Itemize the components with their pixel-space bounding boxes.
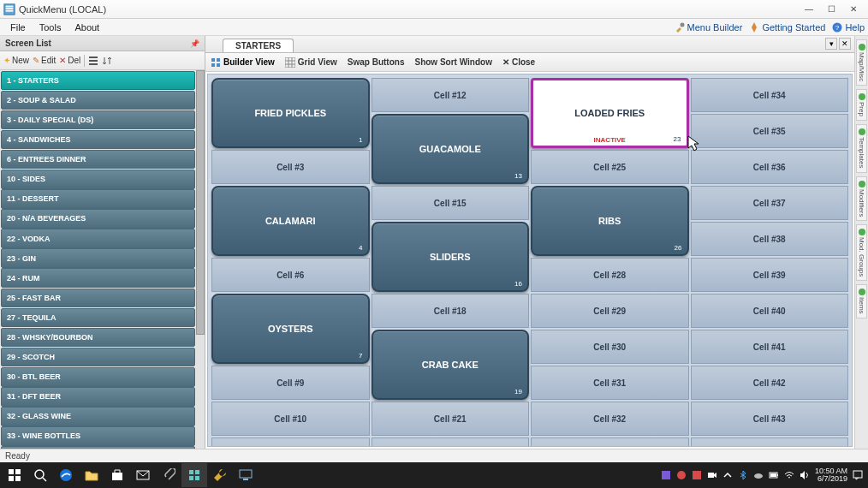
tray-icon-3[interactable] bbox=[692, 470, 702, 480]
empty-cell[interactable]: Cell #29 bbox=[531, 294, 689, 328]
tray-volume-icon[interactable] bbox=[800, 470, 810, 480]
tray-notifications-icon[interactable] bbox=[853, 470, 863, 480]
empty-cell[interactable]: Cell #43 bbox=[691, 402, 849, 436]
empty-cell[interactable]: Cell #41 bbox=[691, 330, 849, 364]
task-explorer[interactable] bbox=[79, 463, 104, 487]
empty-cell[interactable]: Cell #37 bbox=[691, 186, 849, 220]
sidebar-item-13[interactable]: 28 - WHSKY/BOURBON bbox=[1, 328, 195, 348]
dock-tab-4[interactable]: Mod. Groups bbox=[856, 224, 867, 281]
sidebar-item-12[interactable]: 27 - TEQUILA bbox=[1, 308, 195, 328]
task-store[interactable] bbox=[104, 463, 130, 487]
task-app3[interactable] bbox=[207, 463, 233, 487]
empty-cell[interactable]: Cell #9 bbox=[211, 366, 370, 400]
tab-dropdown-button[interactable]: ▾ bbox=[825, 38, 837, 50]
swap-buttons-button[interactable]: Swap Buttons bbox=[348, 57, 405, 67]
dock-tab-5[interactable]: Items bbox=[856, 284, 867, 318]
sidebar-item-8[interactable]: 22 - VODKA bbox=[1, 229, 195, 248]
empty-cell[interactable]: Cell #42 bbox=[691, 366, 849, 400]
pin-icon[interactable]: 📌 bbox=[190, 39, 199, 48]
sidebar-scroll-thumb[interactable] bbox=[196, 70, 205, 335]
grid-view-button[interactable]: Grid View bbox=[285, 57, 337, 68]
empty-cell[interactable]: Cell #39 bbox=[691, 258, 849, 292]
empty-cell[interactable]: Cell #33 bbox=[531, 437, 689, 447]
menu-builder-link[interactable]: Menu Builder bbox=[675, 22, 743, 33]
close-view-button[interactable]: ✕ Close bbox=[502, 57, 535, 67]
show-sort-button[interactable]: Show Sort Window bbox=[414, 57, 491, 67]
menu-button-23[interactable]: LOADED FRIES23INACTIVE bbox=[531, 78, 689, 148]
list-button[interactable] bbox=[88, 56, 98, 66]
empty-cell[interactable]: Cell #34 bbox=[691, 78, 849, 112]
menu-tools[interactable]: Tools bbox=[33, 22, 68, 33]
dock-tab-0[interactable]: Map/Misc bbox=[856, 39, 867, 86]
start-button[interactable] bbox=[2, 463, 27, 487]
empty-cell[interactable]: Cell #32 bbox=[531, 402, 689, 436]
task-search[interactable] bbox=[27, 463, 53, 487]
sidebar-item-10[interactable]: 24 - RUM bbox=[1, 268, 195, 288]
sidebar-item-6[interactable]: 11 - DESSERT bbox=[1, 189, 195, 209]
tray-chevron-up-icon[interactable] bbox=[722, 470, 733, 480]
sidebar-item-7[interactable]: 20 - N/A BEVERAGES bbox=[1, 209, 195, 229]
sidebar-item-16[interactable]: 31 - DFT BEER bbox=[1, 387, 195, 407]
empty-cell[interactable]: Cell #6 bbox=[211, 258, 370, 292]
empty-cell[interactable]: Cell #15 bbox=[372, 186, 530, 220]
window-minimize-button[interactable]: — bbox=[798, 2, 820, 17]
task-app1[interactable] bbox=[156, 463, 181, 487]
empty-cell[interactable]: Cell #36 bbox=[691, 150, 849, 184]
tray-wifi-icon[interactable] bbox=[784, 470, 794, 480]
sidebar-item-2[interactable]: 3 - DAILY SPECIAL (DS) bbox=[1, 110, 195, 130]
empty-cell[interactable]: Cell #38 bbox=[691, 222, 849, 256]
sidebar-item-19[interactable]: 34 - CORDIALS bbox=[1, 446, 195, 449]
window-close-button[interactable]: ✕ bbox=[842, 2, 865, 17]
menu-about[interactable]: About bbox=[68, 22, 106, 33]
empty-cell[interactable]: Cell #28 bbox=[531, 258, 689, 292]
task-edge[interactable] bbox=[53, 463, 79, 487]
menu-file[interactable]: File bbox=[3, 22, 33, 33]
tray-icon-1[interactable] bbox=[661, 470, 671, 480]
tray-video-icon[interactable] bbox=[707, 470, 717, 480]
tray-icon-2[interactable] bbox=[676, 470, 687, 480]
sidebar-item-1[interactable]: 2 - SOUP & SALAD bbox=[1, 91, 195, 110]
empty-cell[interactable]: Cell #25 bbox=[531, 150, 689, 184]
sidebar-item-3[interactable]: 4 - SANDWICHES bbox=[1, 130, 195, 150]
help-link[interactable]: ? Help bbox=[832, 22, 865, 33]
tab-close-button[interactable]: ✕ bbox=[839, 38, 851, 50]
menu-button-4[interactable]: CALAMARI4 bbox=[211, 186, 370, 256]
empty-cell[interactable]: Cell #21 bbox=[372, 402, 530, 436]
menu-button-13[interactable]: GUACAMOLE13 bbox=[372, 114, 530, 184]
task-app2[interactable] bbox=[181, 463, 207, 487]
getting-started-link[interactable]: Getting Started bbox=[749, 22, 825, 33]
sidebar-item-11[interactable]: 25 - FAST BAR bbox=[1, 289, 195, 308]
sidebar-item-4[interactable]: 6 - ENTREES DINNER bbox=[1, 150, 195, 170]
menu-button-1[interactable]: FRIED PICKLES1 bbox=[211, 78, 370, 148]
menu-button-7[interactable]: OYSTERS7 bbox=[211, 294, 370, 364]
sidebar-item-9[interactable]: 23 - GIN bbox=[1, 248, 195, 268]
tray-onedrive-icon[interactable] bbox=[753, 470, 764, 480]
task-app4[interactable] bbox=[233, 463, 259, 487]
menu-button-16[interactable]: SLIDERS16 bbox=[372, 222, 530, 292]
sidebar-scrollbar[interactable] bbox=[196, 70, 205, 449]
menu-button-19[interactable]: CRAB CAKE19 bbox=[372, 330, 530, 400]
dock-tab-3[interactable]: Modifiers bbox=[856, 176, 867, 221]
sidebar-item-17[interactable]: 32 - GLASS WINE bbox=[1, 407, 195, 426]
tray-clock[interactable]: 10:50 AM6/7/2019 bbox=[815, 467, 847, 484]
empty-cell[interactable]: Cell #22 bbox=[372, 437, 530, 447]
empty-cell[interactable]: Cell #31 bbox=[531, 366, 689, 400]
sidebar-item-14[interactable]: 29 - SCOTCH bbox=[1, 348, 195, 367]
empty-cell[interactable]: Cell #44 bbox=[691, 437, 849, 447]
dock-tab-2[interactable]: Templates bbox=[856, 124, 867, 172]
empty-cell[interactable]: Cell #18 bbox=[372, 294, 530, 328]
edit-button[interactable]: ✎Edit bbox=[33, 56, 56, 65]
empty-cell[interactable]: Cell #12 bbox=[372, 78, 530, 112]
sidebar-item-15[interactable]: 30 - BTL BEER bbox=[1, 367, 195, 387]
tray-bluetooth-icon[interactable] bbox=[738, 470, 748, 480]
sidebar-item-0[interactable]: 1 - STARTERS bbox=[1, 71, 195, 91]
empty-cell[interactable]: Cell #30 bbox=[531, 330, 689, 364]
sort-button[interactable] bbox=[102, 56, 112, 66]
window-maximize-button[interactable]: ☐ bbox=[820, 2, 842, 17]
sidebar-item-5[interactable]: 10 - SIDES bbox=[1, 170, 195, 189]
new-button[interactable]: ✦New bbox=[3, 56, 29, 65]
empty-cell[interactable]: Cell #10 bbox=[211, 402, 370, 436]
empty-cell[interactable]: Cell #35 bbox=[691, 114, 849, 148]
empty-cell[interactable]: Cell #40 bbox=[691, 294, 849, 328]
sidebar-item-18[interactable]: 33 - WINE BOTTLES bbox=[1, 426, 195, 446]
